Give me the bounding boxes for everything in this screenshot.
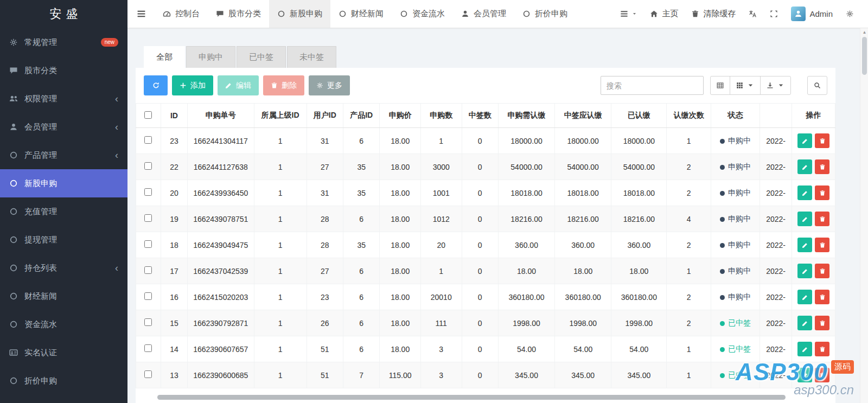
- sidebar-item[interactable]: 权限管理‹: [0, 85, 127, 113]
- sidebar-item[interactable]: 资金流水: [0, 310, 127, 338]
- sidebar-item[interactable]: 实名认证: [0, 338, 127, 367]
- row-edit-button[interactable]: [797, 368, 812, 382]
- horizontal-scroll-thumb[interactable]: [157, 395, 786, 400]
- cell-parent_id: 1: [254, 206, 307, 232]
- tab-item[interactable]: 已中签: [237, 46, 286, 68]
- column-header[interactable]: 申购价: [380, 104, 421, 128]
- row-delete-button[interactable]: [815, 264, 829, 278]
- column-header[interactable]: 状态: [711, 104, 760, 128]
- row-checkbox[interactable]: [144, 344, 152, 352]
- settings-button[interactable]: [839, 0, 860, 28]
- row-checkbox[interactable]: [144, 162, 152, 170]
- row-checkbox[interactable]: [144, 292, 152, 300]
- search-toggle-button[interactable]: [807, 76, 827, 95]
- column-header[interactable]: 所属上级ID: [254, 104, 307, 128]
- sidebar-item[interactable]: 折价申购: [0, 367, 127, 395]
- column-header[interactable]: 申购需认缴: [498, 104, 554, 128]
- search-input[interactable]: [601, 76, 704, 95]
- toggle-view-button[interactable]: [710, 76, 730, 95]
- column-header[interactable]: 中签应认缴: [555, 104, 611, 128]
- add-button[interactable]: 添加: [172, 75, 213, 95]
- sidebar-item[interactable]: 财经新闻: [0, 282, 127, 310]
- column-header[interactable]: 申购单号: [187, 104, 254, 128]
- row-edit-button[interactable]: [797, 185, 812, 200]
- refresh-button[interactable]: [144, 75, 168, 95]
- edit-button[interactable]: 编辑: [218, 75, 259, 95]
- topnav-item-label: 新股申购: [290, 9, 322, 19]
- row-edit-button[interactable]: [797, 290, 812, 304]
- row-delete-button[interactable]: [815, 212, 829, 226]
- sidebar-item[interactable]: 充值管理: [0, 197, 127, 226]
- clear-cache-button[interactable]: 清除缓存: [685, 0, 742, 28]
- column-header[interactable]: 认缴次数: [667, 104, 711, 128]
- export-button[interactable]: [760, 76, 791, 95]
- sidebar-item[interactable]: 常规管理new: [0, 28, 127, 56]
- row-checkbox[interactable]: [144, 266, 152, 274]
- row-delete-button[interactable]: [815, 185, 829, 200]
- tab-item[interactable]: 全部: [144, 46, 185, 68]
- sidebar-toggle-button[interactable]: [127, 0, 155, 28]
- row-edit-button[interactable]: [797, 159, 812, 174]
- vertical-scroll-thumb[interactable]: [862, 37, 867, 75]
- topnav-item[interactable]: 会员管理: [453, 0, 514, 28]
- row-checkbox[interactable]: [144, 318, 152, 326]
- cell-user_id: 31: [307, 128, 343, 154]
- horizontal-scrollbar[interactable]: [157, 395, 786, 400]
- home-link[interactable]: 主页: [643, 0, 685, 28]
- row-delete-button[interactable]: [815, 342, 829, 356]
- column-header[interactable]: 用户ID: [307, 104, 343, 128]
- row-checkbox[interactable]: [144, 136, 152, 144]
- row-checkbox[interactable]: [144, 370, 152, 378]
- vertical-scrollbar[interactable]: ▲: [860, 28, 868, 403]
- sidebar-item[interactable]: 会员管理‹: [0, 113, 127, 141]
- row-checkbox[interactable]: [144, 214, 152, 222]
- topnav-item[interactable]: 资金流水: [392, 0, 453, 28]
- row-delete-button[interactable]: [815, 290, 829, 304]
- scroll-up-icon[interactable]: ▲: [860, 30, 868, 35]
- row-edit-button[interactable]: [797, 342, 812, 356]
- fullscreen-button[interactable]: [763, 0, 784, 28]
- select-all-checkbox[interactable]: [144, 111, 152, 119]
- column-header[interactable]: 操作: [792, 104, 835, 128]
- list-dropdown-button[interactable]: [614, 0, 643, 28]
- column-header[interactable]: 申购数: [420, 104, 462, 128]
- topnav-item[interactable]: 控制台: [155, 0, 208, 28]
- cell-id: 13: [161, 362, 187, 388]
- column-header[interactable]: 中签数: [462, 104, 498, 128]
- row-delete-button[interactable]: [815, 159, 829, 174]
- tab-item[interactable]: 申购中: [186, 46, 235, 68]
- topnav-item[interactable]: 财经新闻: [330, 0, 392, 28]
- row-checkbox[interactable]: [144, 240, 152, 248]
- row-delete-button[interactable]: [815, 368, 829, 382]
- sidebar-item[interactable]: 新股申购: [0, 169, 127, 197]
- tab-item[interactable]: 未中签: [287, 46, 336, 68]
- sidebar-item[interactable]: 产品管理‹: [0, 141, 127, 169]
- sidebar-item[interactable]: 持仓列表‹: [0, 254, 127, 282]
- delete-button[interactable]: 删除: [263, 75, 304, 95]
- topnav-item[interactable]: 新股申购: [269, 0, 330, 28]
- sidebar-item[interactable]: 提现管理: [0, 226, 127, 254]
- row-delete-button[interactable]: [815, 133, 829, 148]
- row-edit-button[interactable]: [797, 238, 812, 252]
- row-edit-button[interactable]: [797, 316, 812, 330]
- row-delete-button[interactable]: [815, 238, 829, 252]
- topnav-item[interactable]: 折价申购: [514, 0, 576, 28]
- row-edit-button[interactable]: [797, 212, 812, 226]
- column-header[interactable]: 已认缴: [611, 104, 667, 128]
- cell-price: 18.00: [380, 180, 421, 206]
- columns-button[interactable]: [730, 76, 761, 95]
- row-edit-button[interactable]: [797, 264, 812, 278]
- column-header[interactable]: ID: [161, 104, 187, 128]
- row-delete-button[interactable]: [815, 316, 829, 330]
- trash-icon: [819, 268, 826, 274]
- user-menu[interactable]: Admin: [784, 0, 839, 28]
- row-checkbox[interactable]: [144, 188, 152, 196]
- more-button[interactable]: 更多: [309, 75, 350, 95]
- sidebar-item[interactable]: 股市分类: [0, 56, 127, 85]
- language-button[interactable]: [742, 0, 763, 28]
- column-header[interactable]: 产品ID: [343, 104, 379, 128]
- cell-product_id: 6: [343, 284, 379, 310]
- row-edit-button[interactable]: [797, 133, 812, 148]
- column-header[interactable]: [760, 104, 792, 128]
- topnav-item[interactable]: 股市分类: [208, 0, 269, 28]
